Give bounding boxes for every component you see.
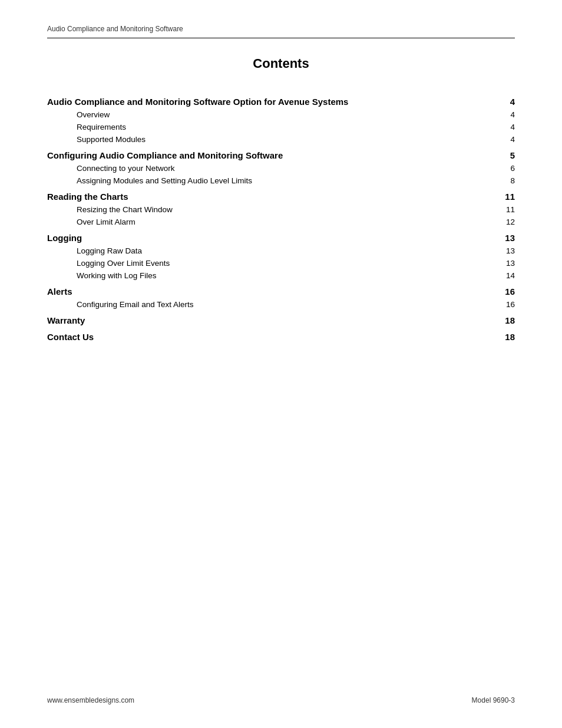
toc-subsection-page: 11 — [500, 203, 515, 216]
toc-section-row: Warranty18 — [47, 311, 515, 327]
toc-subsection-label: Configuring Email and Text Alerts — [47, 298, 500, 311]
toc-subsection-row: Working with Log Files14 — [47, 269, 515, 282]
toc-subsection-row: Configuring Email and Text Alerts16 — [47, 298, 515, 311]
footer: www.ensembledesigns.com Model 9690-3 — [47, 696, 515, 704]
toc-subsection-row: Connecting to your Network6 — [47, 162, 515, 174]
toc-section-page: 13 — [500, 228, 515, 245]
toc-subsection-label: Working with Log Files — [47, 269, 500, 282]
page-container: Audio Compliance and Monitoring Software… — [0, 0, 562, 728]
toc-subsection-page: 4 — [500, 121, 515, 133]
toc-subsection-page: 16 — [500, 298, 515, 311]
toc-section-page: 4 — [500, 92, 515, 108]
toc-subsection-row: Logging Raw Data13 — [47, 245, 515, 257]
toc-section-page: 16 — [500, 282, 515, 298]
header-text: Audio Compliance and Monitoring Software — [47, 25, 183, 33]
toc-subsection-row: Requirements4 — [47, 121, 515, 133]
toc-subsection-label: Assigning Modules and Setting Audio Leve… — [47, 174, 500, 187]
toc-subsection-label: Supported Modules — [47, 133, 500, 146]
toc-section-label: Audio Compliance and Monitoring Software… — [47, 92, 500, 108]
toc-subsection-label: Overview — [47, 108, 500, 121]
toc-section-label: Configuring Audio Compliance and Monitor… — [47, 146, 500, 162]
toc-section-page: 18 — [500, 327, 515, 344]
toc-subsection-label: Connecting to your Network — [47, 162, 500, 174]
toc-section-row: Reading the Charts11 — [47, 187, 515, 203]
toc-section-row: Logging13 — [47, 228, 515, 245]
toc-subsection-row: Over Limit Alarm12 — [47, 216, 515, 228]
toc-subsection-row: Logging Over Limit Events13 — [47, 257, 515, 269]
toc-subsection-label: Logging Over Limit Events — [47, 257, 500, 269]
toc-section-page: 11 — [500, 187, 515, 203]
toc-subsection-label: Logging Raw Data — [47, 245, 500, 257]
toc-section-row: Contact Us18 — [47, 327, 515, 344]
footer-left: www.ensembledesigns.com — [47, 696, 134, 704]
toc-section-page: 5 — [500, 146, 515, 162]
toc-subsection-row: Supported Modules4 — [47, 133, 515, 146]
footer-right: Model 9690-3 — [472, 696, 515, 704]
toc-subsection-page: 6 — [500, 162, 515, 174]
header-bar: Audio Compliance and Monitoring Software — [47, 24, 515, 38]
toc-section-label: Contact Us — [47, 327, 500, 344]
toc-section-label: Logging — [47, 228, 500, 245]
toc-subsection-label: Over Limit Alarm — [47, 216, 500, 228]
toc-subsection-page: 4 — [500, 108, 515, 121]
toc-subsection-page: 14 — [500, 269, 515, 282]
toc-subsection-row: Overview4 — [47, 108, 515, 121]
toc-section-row: Alerts16 — [47, 282, 515, 298]
toc-section-label: Reading the Charts — [47, 187, 500, 203]
toc-subsection-row: Resizing the Chart Window11 — [47, 203, 515, 216]
toc-subsection-page: 12 — [500, 216, 515, 228]
toc-section-row: Audio Compliance and Monitoring Software… — [47, 92, 515, 108]
toc-section-label: Alerts — [47, 282, 500, 298]
toc-section-row: Configuring Audio Compliance and Monitor… — [47, 146, 515, 162]
toc-subsection-page: 13 — [500, 245, 515, 257]
toc-subsection-page: 8 — [500, 174, 515, 187]
toc-subsection-page: 4 — [500, 133, 515, 146]
toc-subsection-label: Requirements — [47, 121, 500, 133]
toc-subsection-row: Assigning Modules and Setting Audio Leve… — [47, 174, 515, 187]
toc-table: Audio Compliance and Monitoring Software… — [47, 92, 515, 344]
toc-subsection-label: Resizing the Chart Window — [47, 203, 500, 216]
toc-section-label: Warranty — [47, 311, 500, 327]
page-title: Contents — [47, 56, 515, 71]
toc-section-page: 18 — [500, 311, 515, 327]
toc-subsection-page: 13 — [500, 257, 515, 269]
